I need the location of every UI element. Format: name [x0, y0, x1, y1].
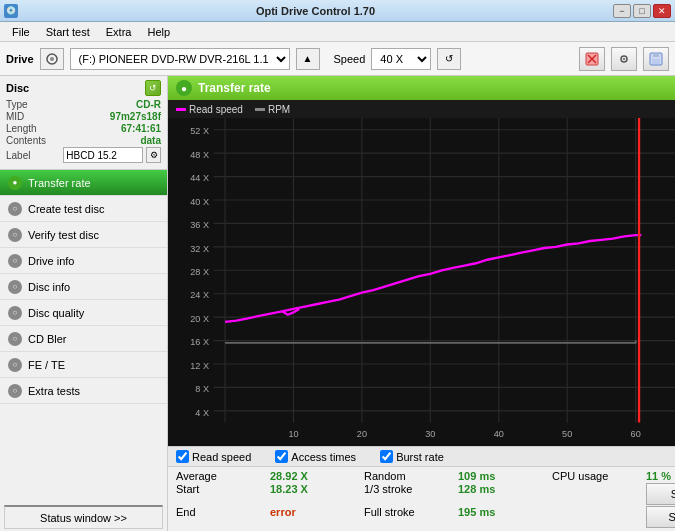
- svg-text:20 X: 20 X: [190, 314, 209, 324]
- save-button[interactable]: [643, 47, 669, 71]
- status-window-button[interactable]: Status window >>: [4, 505, 163, 529]
- nav-icon-cd-bler: ○: [8, 332, 22, 346]
- nav-item-transfer-rate[interactable]: ● Transfer rate: [0, 170, 167, 196]
- drive-select[interactable]: (F:) PIONEER DVD-RW DVR-216L 1.10: [70, 48, 290, 70]
- nav-icon-disc-quality: ○: [8, 306, 22, 320]
- drive-label: Drive: [6, 53, 34, 65]
- nav-label-cd-bler: CD Bler: [28, 333, 67, 345]
- stat-cpu-key: CPU usage: [552, 470, 642, 482]
- disc-length-val: 67:41:61: [121, 123, 161, 134]
- svg-text:32 X: 32 X: [190, 243, 209, 253]
- nav-item-extra-tests[interactable]: ○ Extra tests: [0, 378, 167, 404]
- nav-item-disc-info[interactable]: ○ Disc info: [0, 274, 167, 300]
- disc-title: Disc: [6, 82, 29, 94]
- stat-cpu-val: 11 %: [646, 470, 675, 482]
- nav-icon-drive-info: ○: [8, 254, 22, 268]
- disc-label-input[interactable]: [63, 147, 143, 163]
- window-controls: − □ ✕: [613, 4, 671, 18]
- disc-mid-row: MID 97m27s18f: [6, 111, 161, 122]
- cb-read-speed-input[interactable]: [176, 450, 189, 463]
- eject-button[interactable]: ▲: [296, 48, 320, 70]
- app-title: Opti Drive Control 1.70: [18, 5, 613, 17]
- legend-read-speed: Read speed: [176, 104, 243, 115]
- svg-text:48 X: 48 X: [190, 150, 209, 160]
- svg-text:44 X: 44 X: [190, 173, 209, 183]
- close-button[interactable]: ✕: [653, 4, 671, 18]
- svg-text:16 X: 16 X: [190, 337, 209, 347]
- svg-text:40: 40: [494, 429, 504, 439]
- speed-label: Speed: [334, 53, 366, 65]
- svg-rect-8: [653, 53, 659, 57]
- legend-rpm-color: [255, 108, 265, 111]
- checkboxes-row: Read speed Access times Burst rate 22.4 …: [168, 446, 675, 466]
- nav-icon-extra-tests: ○: [8, 384, 22, 398]
- stat-average-val: 28.92 X: [270, 470, 360, 482]
- svg-text:36 X: 36 X: [190, 220, 209, 230]
- menu-file[interactable]: File: [4, 24, 38, 40]
- cb-read-speed: Read speed: [176, 450, 251, 463]
- nav-label-extra-tests: Extra tests: [28, 385, 80, 397]
- menu-help[interactable]: Help: [139, 24, 178, 40]
- left-panel: Disc ↺ Type CD-R MID 97m27s18f Length 67…: [0, 76, 168, 531]
- nav-label-fe-te: FE / TE: [28, 359, 65, 371]
- svg-rect-9: [652, 59, 660, 64]
- menu-start-test[interactable]: Start test: [38, 24, 98, 40]
- nav-item-fe-te[interactable]: ○ FE / TE: [0, 352, 167, 378]
- chart-header: ● Transfer rate: [168, 76, 675, 100]
- chart-area: 52 X 48 X 44 X 40 X 36 X 32 X 28 X 24 X …: [168, 118, 675, 446]
- nav-label-disc-info: Disc info: [28, 281, 70, 293]
- disc-mid-key: MID: [6, 111, 66, 122]
- minimize-button[interactable]: −: [613, 4, 631, 18]
- app-icon: 💿: [4, 4, 18, 18]
- speed-select[interactable]: 40 X: [371, 48, 431, 70]
- legend-rpm: RPM: [255, 104, 290, 115]
- stat-average-key: Average: [176, 470, 266, 482]
- nav-item-drive-info[interactable]: ○ Drive info: [0, 248, 167, 274]
- disc-label-row: Label ⚙: [6, 147, 161, 163]
- nav-icon-fe-te: ○: [8, 358, 22, 372]
- svg-text:24 X: 24 X: [190, 290, 209, 300]
- speed-refresh-button[interactable]: ↺: [437, 48, 461, 70]
- legend-read-speed-label: Read speed: [189, 104, 243, 115]
- svg-text:10: 10: [288, 429, 298, 439]
- stat-start-part-placeholder: [552, 506, 642, 528]
- chart-icon: ●: [176, 80, 192, 96]
- start-full-button[interactable]: Start full: [646, 483, 675, 505]
- svg-text:50: 50: [562, 429, 572, 439]
- menu-bar: File Start test Extra Help: [0, 22, 675, 42]
- cb-access-times-input[interactable]: [275, 450, 288, 463]
- drive-icon-button[interactable]: [40, 48, 64, 70]
- nav-item-verify-test-disc[interactable]: ○ Verify test disc: [0, 222, 167, 248]
- stat-full-stroke-key: Full stroke: [364, 506, 454, 528]
- nav-icon-transfer-rate: ●: [8, 176, 22, 190]
- svg-text:30: 30: [425, 429, 435, 439]
- svg-text:12 X: 12 X: [190, 361, 209, 371]
- stat-stroke-key: 1/3 stroke: [364, 483, 454, 505]
- label-edit-button[interactable]: ⚙: [146, 147, 161, 163]
- disc-refresh-button[interactable]: ↺: [145, 80, 161, 96]
- stat-start-full-placeholder: [552, 483, 642, 505]
- stat-start-val: 18.23 X: [270, 483, 360, 505]
- nav-item-disc-quality[interactable]: ○ Disc quality: [0, 300, 167, 326]
- disc-mid-val: 97m27s18f: [110, 111, 161, 122]
- settings-button[interactable]: [611, 47, 637, 71]
- title-bar: 💿 Opti Drive Control 1.70 − □ ✕: [0, 0, 675, 22]
- disc-header: Disc ↺: [6, 80, 161, 96]
- start-part-button[interactable]: Start part: [646, 506, 675, 528]
- nav-label-transfer-rate: Transfer rate: [28, 177, 91, 189]
- stat-end-key: End: [176, 506, 266, 528]
- nav-item-cd-bler[interactable]: ○ CD Bler: [0, 326, 167, 352]
- stat-full-stroke-val: 195 ms: [458, 506, 548, 528]
- disc-length-row: Length 67:41:61: [6, 123, 161, 134]
- svg-point-1: [50, 57, 54, 61]
- disc-length-key: Length: [6, 123, 66, 134]
- nav-item-create-test-disc[interactable]: ○ Create test disc: [0, 196, 167, 222]
- cb-burst-rate-input[interactable]: [380, 450, 393, 463]
- menu-extra[interactable]: Extra: [98, 24, 140, 40]
- clear-button[interactable]: [579, 47, 605, 71]
- nav-icon-disc-info: ○: [8, 280, 22, 294]
- title-bar-left: 💿: [4, 4, 18, 18]
- legend-read-speed-color: [176, 108, 186, 111]
- maximize-button[interactable]: □: [633, 4, 651, 18]
- chart-legend: Read speed RPM: [168, 100, 675, 118]
